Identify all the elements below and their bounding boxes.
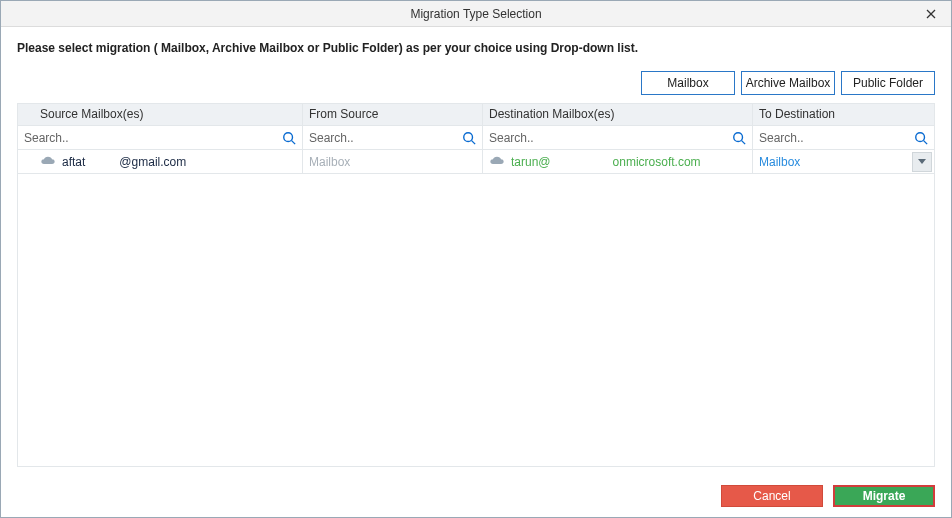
svg-point-6 — [734, 132, 743, 141]
search-source-mailbox-cell — [18, 126, 303, 149]
dialog-content: Please select migration ( Mailbox, Archi… — [1, 27, 951, 487]
mapping-grid: Source Mailbox(es) From Source Destinati… — [17, 103, 935, 467]
search-destination-mailbox-cell — [483, 126, 753, 149]
search-from-source-cell — [303, 126, 483, 149]
col-header-source-mailbox: Source Mailbox(es) — [18, 104, 303, 125]
search-to-destination-input[interactable] — [759, 129, 914, 147]
to-destination-dropdown[interactable] — [912, 152, 932, 172]
migrate-button[interactable]: Migrate — [833, 485, 935, 507]
mailbox-button[interactable]: Mailbox — [641, 71, 735, 95]
svg-line-5 — [472, 140, 476, 144]
col-header-to-destination: To Destination — [753, 104, 934, 125]
cell-source-mailbox: aftat@gmail.com — [18, 150, 303, 173]
svg-point-2 — [284, 132, 293, 141]
source-email-text: aftat@gmail.com — [62, 155, 186, 169]
svg-line-7 — [742, 140, 746, 144]
search-source-mailbox-input[interactable] — [24, 129, 282, 147]
col-header-destination-mailbox: Destination Mailbox(es) — [483, 104, 753, 125]
svg-point-8 — [916, 132, 925, 141]
search-to-destination-cell — [753, 126, 934, 149]
migration-dialog: Migration Type Selection Please select m… — [0, 0, 952, 518]
cloud-icon — [489, 156, 505, 168]
archive-mailbox-button[interactable]: Archive Mailbox — [741, 71, 835, 95]
grid-header-row: Source Mailbox(es) From Source Destinati… — [18, 104, 934, 126]
search-destination-mailbox-input[interactable] — [489, 129, 732, 147]
migration-type-buttons: Mailbox Archive Mailbox Public Folder — [17, 71, 935, 95]
search-icon[interactable] — [732, 131, 746, 145]
search-icon[interactable] — [462, 131, 476, 145]
cancel-button[interactable]: Cancel — [721, 485, 823, 507]
col-header-from-source: From Source — [303, 104, 483, 125]
from-source-text: Mailbox — [309, 155, 350, 169]
search-icon[interactable] — [914, 131, 928, 145]
cell-to-destination: Mailbox — [753, 150, 934, 173]
search-from-source-input[interactable] — [309, 129, 462, 147]
search-icon[interactable] — [282, 131, 296, 145]
destination-email-text: tarun@onmicrosoft.com — [511, 155, 701, 169]
window-title: Migration Type Selection — [1, 7, 951, 21]
dialog-footer: Cancel Migrate — [1, 487, 951, 517]
svg-line-3 — [292, 140, 296, 144]
close-icon — [926, 9, 936, 19]
grid-search-row — [18, 126, 934, 150]
close-button[interactable] — [911, 1, 951, 27]
cloud-icon — [40, 156, 56, 168]
to-destination-text: Mailbox — [759, 155, 800, 169]
titlebar: Migration Type Selection — [1, 1, 951, 27]
cell-destination-mailbox: tarun@onmicrosoft.com — [483, 150, 753, 173]
table-row: aftat@gmail.com Mailbox tarun@onmicrosof… — [18, 150, 934, 174]
public-folder-button[interactable]: Public Folder — [841, 71, 935, 95]
svg-point-4 — [464, 132, 473, 141]
instruction-text: Please select migration ( Mailbox, Archi… — [17, 41, 935, 55]
chevron-down-icon — [918, 159, 926, 165]
grid-empty-area — [18, 174, 934, 466]
svg-line-9 — [924, 140, 928, 144]
cell-from-source: Mailbox — [303, 150, 483, 173]
